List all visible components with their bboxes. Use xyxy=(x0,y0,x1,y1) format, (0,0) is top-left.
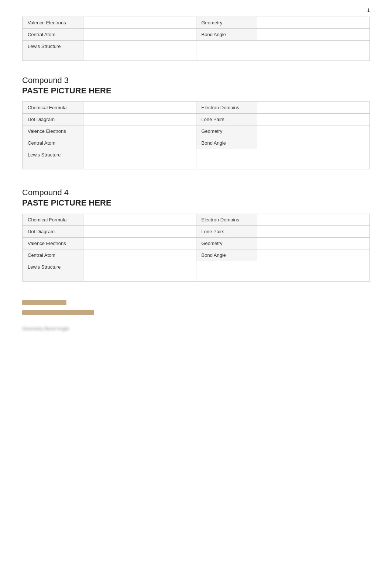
compound3-heading: Compound 3 PASTE PICTURE HERE xyxy=(22,76,370,96)
valence-electrons-value[interactable] xyxy=(83,17,196,29)
geometry-value[interactable] xyxy=(257,17,370,29)
table-row: Central Atom Bond Angle xyxy=(23,137,370,149)
redacted-title-line2 xyxy=(22,310,370,318)
chemical-formula-value[interactable] xyxy=(83,214,196,226)
electron-domains-label: Electron Domains xyxy=(196,102,257,114)
central-atom-value[interactable] xyxy=(83,137,196,149)
table-row: Lewis Structure xyxy=(23,41,370,61)
valence-electrons-value[interactable] xyxy=(83,125,196,137)
lone-pairs-value[interactable] xyxy=(257,226,370,238)
electron-domains-label: Electron Domains xyxy=(196,214,257,226)
dot-diagram-value[interactable] xyxy=(83,226,196,238)
geometry-label: Geometry xyxy=(196,125,257,137)
table-row: Central Atom Bond Angle xyxy=(23,29,370,41)
table-row: Central Atom Bond Angle xyxy=(23,249,370,261)
lewis-structure-value[interactable] xyxy=(83,41,196,61)
table-row: Dot Diagram Lone Pairs xyxy=(23,226,370,238)
valence-electrons-label: Valence Electrons xyxy=(23,125,83,137)
central-atom-label: Central Atom xyxy=(23,137,83,149)
redacted-bar-1 xyxy=(22,300,66,305)
geometry-label: Geometry xyxy=(196,238,257,249)
bond-angle-label: Bond Angle xyxy=(196,29,257,41)
empty-cell xyxy=(257,261,370,282)
compound4-paste-text: PASTE PICTURE HERE xyxy=(22,198,370,208)
empty-cell xyxy=(257,41,370,61)
lone-pairs-label: Lone Pairs xyxy=(196,114,257,125)
dot-diagram-label: Dot Diagram xyxy=(23,114,83,125)
bond-angle-value[interactable] xyxy=(257,249,370,261)
empty-cell xyxy=(196,149,257,169)
blurred-geometry-bond-angle: Geometry Bond Angle xyxy=(22,326,370,331)
central-atom-label: Central Atom xyxy=(23,29,83,41)
compound3-table: Chemical Formula Electron Domains Dot Di… xyxy=(22,101,370,169)
dot-diagram-label: Dot Diagram xyxy=(23,226,83,238)
electron-domains-value[interactable] xyxy=(257,102,370,114)
compound4-section: Compound 4 PASTE PICTURE HERE Chemical F… xyxy=(22,188,370,282)
compound3-section: Compound 3 PASTE PICTURE HERE Chemical F… xyxy=(22,76,370,169)
page-number: 1 xyxy=(22,7,370,13)
top-table: Valence Electrons Geometry Central Atom … xyxy=(22,17,370,61)
valence-electrons-value[interactable] xyxy=(83,238,196,249)
geometry-value[interactable] xyxy=(257,125,370,137)
lewis-structure-value[interactable] xyxy=(83,149,196,169)
lewis-structure-label: Lewis Structure xyxy=(23,149,83,169)
geometry-label: Geometry xyxy=(196,17,257,29)
empty-cell xyxy=(257,149,370,169)
compound4-heading: Compound 4 PASTE PICTURE HERE xyxy=(22,188,370,208)
valence-electrons-label: Valence Electrons xyxy=(23,238,83,249)
lone-pairs-label: Lone Pairs xyxy=(196,226,257,238)
bond-angle-label: Bond Angle xyxy=(196,137,257,149)
compound3-paste-text: PASTE PICTURE HERE xyxy=(22,86,370,96)
bond-angle-value[interactable] xyxy=(257,29,370,41)
compound3-title: Compound 3 xyxy=(22,76,370,85)
empty-cell xyxy=(196,41,257,61)
lone-pairs-value[interactable] xyxy=(257,114,370,125)
electron-domains-value[interactable] xyxy=(257,214,370,226)
dot-diagram-value[interactable] xyxy=(83,114,196,125)
lewis-structure-label: Lewis Structure xyxy=(23,261,83,282)
redacted-compound-section: Geometry Bond Angle xyxy=(22,300,370,331)
central-atom-label: Central Atom xyxy=(23,249,83,261)
redacted-title-line1 xyxy=(22,300,370,308)
central-atom-value[interactable] xyxy=(83,29,196,41)
table-row: Valence Electrons Geometry xyxy=(23,125,370,137)
bond-angle-label: Bond Angle xyxy=(196,249,257,261)
table-row: Lewis Structure xyxy=(23,149,370,169)
compound4-title: Compound 4 xyxy=(22,188,370,197)
bond-angle-value[interactable] xyxy=(257,137,370,149)
table-row: Dot Diagram Lone Pairs xyxy=(23,114,370,125)
lewis-structure-label: Lewis Structure xyxy=(23,41,83,61)
geometry-value[interactable] xyxy=(257,238,370,249)
table-row: Valence Electrons Geometry xyxy=(23,238,370,249)
valence-electrons-label: Valence Electrons xyxy=(23,17,83,29)
table-row: Chemical Formula Electron Domains xyxy=(23,214,370,226)
redacted-bar-2 xyxy=(22,310,94,315)
chemical-formula-label: Chemical Formula xyxy=(23,102,83,114)
chemical-formula-value[interactable] xyxy=(83,102,196,114)
top-section: Valence Electrons Geometry Central Atom … xyxy=(22,17,370,61)
empty-cell xyxy=(196,261,257,282)
table-row: Valence Electrons Geometry xyxy=(23,17,370,29)
chemical-formula-label: Chemical Formula xyxy=(23,214,83,226)
table-row: Chemical Formula Electron Domains xyxy=(23,102,370,114)
central-atom-value[interactable] xyxy=(83,249,196,261)
compound4-table: Chemical Formula Electron Domains Dot Di… xyxy=(22,214,370,282)
lewis-structure-value[interactable] xyxy=(83,261,196,282)
table-row: Lewis Structure xyxy=(23,261,370,282)
